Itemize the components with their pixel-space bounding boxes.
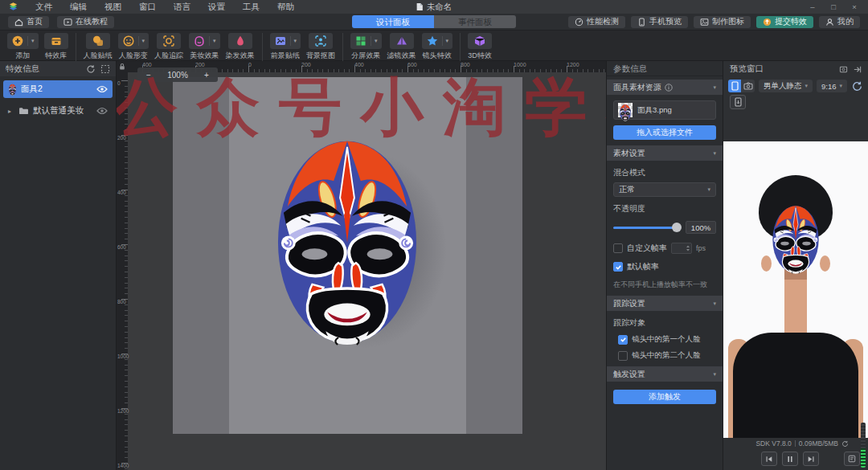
layer-label: 面具2 (21, 84, 43, 95)
menu-item[interactable]: 窗口 (130, 0, 165, 14)
effects-info-panel: 特效信息 面具2 ▸ 默认普通美妆 (0, 61, 117, 470)
minimize-button[interactable]: – (802, 0, 823, 14)
tool-face-track-button[interactable] (157, 33, 181, 49)
filter-icon (395, 35, 408, 47)
checkbox[interactable] (618, 335, 628, 345)
tracking-option[interactable]: 镜头中的第一个人脸 (618, 334, 716, 345)
tool-fg-sticker-button[interactable]: ▾ (270, 33, 301, 49)
expand-caret-icon[interactable]: ▸ (8, 108, 14, 115)
camera-mode-button[interactable] (741, 80, 754, 92)
panel-tab[interactable]: 事件面板 (434, 15, 516, 28)
visibility-eye-icon[interactable] (96, 85, 108, 93)
chevron-down-icon[interactable]: ▾ (209, 36, 216, 46)
menu-item[interactable]: 帮助 (268, 0, 303, 14)
ratio-select[interactable]: 9:16 ▾ (817, 80, 847, 92)
ruler-label: 600 (407, 62, 417, 67)
toolbar-item: 滤镜效果 (387, 33, 416, 61)
info-icon[interactable] (665, 84, 673, 92)
chevron-down-icon[interactable]: ▾ (27, 36, 35, 46)
menu-item[interactable]: 工具 (234, 0, 268, 14)
export-to-phone-button[interactable] (730, 95, 746, 109)
tool-cube-3d-button[interactable] (468, 33, 492, 49)
design-canvas[interactable]: 400200020040060080010001200 020040060080… (117, 61, 607, 470)
tool-filter-button[interactable] (390, 33, 414, 49)
home-button[interactable]: 首页 (8, 16, 49, 28)
tracking-object-label: 跟踪对象 (613, 317, 716, 329)
sync-icon[interactable] (86, 64, 96, 74)
spinner-icon[interactable] (686, 244, 690, 252)
menu-item[interactable]: 视图 (96, 0, 130, 14)
close-button[interactable]: × (844, 0, 865, 14)
image-button[interactable]: 制作图标 (694, 16, 751, 28)
section-trigger-settings[interactable]: 触发设置 ▾ (607, 366, 723, 382)
frame-select-icon[interactable] (100, 64, 110, 74)
zoom-out-button[interactable]: − (144, 71, 154, 80)
image-mode-button[interactable] (728, 80, 741, 92)
section-material-settings[interactable]: 素材设置 ▾ (607, 145, 723, 161)
model-shirt (733, 333, 858, 438)
tool-split-screen-button[interactable]: ▾ (350, 33, 382, 49)
tool-makeup-button[interactable]: ▾ (189, 33, 220, 49)
next-frame-button[interactable] (803, 452, 819, 466)
upload-file-button[interactable]: 拖入或选择文件 (613, 125, 716, 140)
section-tracking-settings[interactable]: 跟踪设置 ▾ (607, 296, 723, 311)
makeup-icon (193, 35, 206, 47)
maximize-button[interactable]: □ (823, 0, 844, 14)
preview-model-photo[interactable] (723, 141, 868, 438)
canvas-body[interactable] (128, 72, 606, 470)
panel-tab[interactable]: 设计面板 (352, 15, 434, 28)
tool-lens-fx-button[interactable]: ▾ (422, 33, 453, 49)
ruler-label: 0 (117, 80, 121, 86)
tool-face-sticker-button[interactable] (86, 33, 110, 49)
tutorial-button[interactable]: 在线教程 (57, 16, 114, 28)
zoom-control: − 100% + (137, 67, 218, 82)
section-mask-resource[interactable]: 面具素材资源 ▾ (607, 80, 723, 95)
chevron-down-icon[interactable]: ▾ (442, 36, 449, 46)
slider-knob[interactable] (672, 223, 682, 232)
mask-object[interactable] (267, 131, 428, 345)
document-title-area: 未命名 (416, 2, 452, 13)
collapse-panel-icon[interactable] (853, 65, 862, 74)
menu-item[interactable]: 文件 (27, 0, 61, 14)
fps-input[interactable] (671, 243, 692, 254)
phone-button[interactable]: 手机预览 (631, 16, 688, 28)
snapshot-icon[interactable] (839, 65, 848, 74)
menu-item[interactable]: 设置 (199, 0, 234, 14)
layer-item-mask2[interactable]: 面具2 (3, 80, 113, 98)
log-console-button[interactable] (844, 452, 860, 466)
chevron-down-icon[interactable]: ▾ (290, 36, 297, 46)
opacity-value[interactable]: 100% (686, 221, 716, 234)
ruler-lock[interactable] (117, 61, 128, 72)
resource-file-row[interactable]: 面具3.png (613, 100, 716, 120)
add-trigger-button[interactable]: 添加触发 (613, 390, 716, 404)
chevron-down-icon[interactable]: ▾ (138, 36, 145, 46)
refresh-preview-icon[interactable] (851, 80, 863, 92)
tool-bg-matting-button[interactable] (309, 33, 333, 49)
reload-sdk-icon[interactable] (841, 440, 849, 448)
fg-sticker-icon (274, 35, 287, 47)
default-fps-checkbox[interactable] (613, 262, 623, 272)
tracking-option[interactable]: 镜头中的第二个人脸 (618, 350, 716, 361)
tool-add-button[interactable]: ▾ (7, 33, 39, 49)
tool-face-warp-button[interactable]: ▾ (118, 33, 149, 49)
menu-item[interactable]: 编辑 (61, 0, 96, 14)
effects-toolbar: ▾添加特效库人脸贴纸▾人脸形变人脸追踪▾美妆效果染发效果▾前景贴纸背景抠图▾分屏… (0, 31, 868, 61)
user-button[interactable]: 我的 (819, 16, 860, 28)
model-select[interactable]: 男单人静态 ▾ (759, 80, 813, 92)
zoom-in-button[interactable]: + (202, 71, 211, 80)
opacity-slider[interactable] (613, 227, 680, 229)
pause-button[interactable] (782, 452, 798, 466)
checkbox[interactable] (618, 351, 628, 361)
tool-hair-dye-button[interactable] (228, 33, 252, 49)
menu-item[interactable]: 语言 (165, 0, 199, 14)
gauge-button[interactable]: 性能检测 (568, 16, 625, 28)
layer-item-default-makeup[interactable]: ▸ 默认普通美妆 (3, 102, 113, 120)
visibility-eye-icon[interactable] (96, 107, 108, 115)
prev-frame-button[interactable] (761, 452, 777, 466)
upload-circle-button[interactable]: 提交特效 (756, 16, 813, 28)
toolbar-group: ▾前景贴纸背景抠图 (262, 33, 343, 61)
chevron-down-icon[interactable]: ▾ (371, 36, 378, 46)
blend-mode-select[interactable]: 正常 ▾ (613, 182, 716, 197)
tool-library-button[interactable] (44, 33, 68, 49)
custom-fps-checkbox[interactable] (613, 243, 623, 253)
